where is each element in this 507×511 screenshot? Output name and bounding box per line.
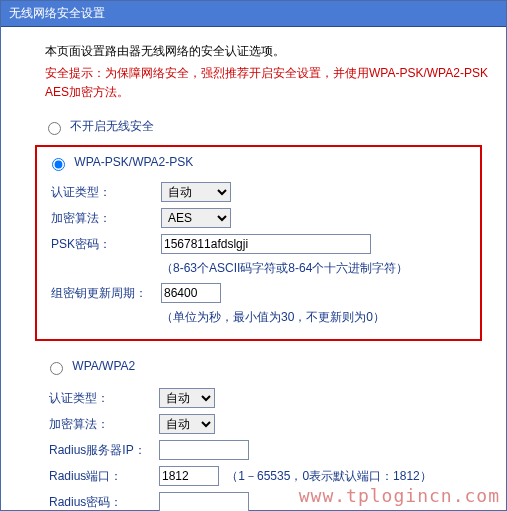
label-psk-pwd: PSK密码： (47, 231, 157, 257)
radio-none-label: 不开启无线安全 (70, 119, 154, 133)
titlebar: 无线网络安全设置 (1, 1, 506, 27)
input-radius-ip[interactable] (159, 440, 249, 460)
radio-wpapsk-label: WPA-PSK/WPA2-PSK (74, 156, 193, 170)
label-wpa-encrypt: 加密算法： (45, 411, 155, 437)
radio-wpa-label: WPA/WPA2 (72, 360, 135, 374)
select-wpa-auth[interactable]: 自动 (159, 388, 215, 408)
select-wpapsk-encrypt[interactable]: AES (161, 208, 231, 228)
label-radius-pwd: Radius密码： (45, 489, 155, 511)
label-radius-port: Radius端口： (45, 463, 155, 489)
option-none[interactable]: 不开启无线安全 (43, 118, 488, 135)
label-wpa-auth: 认证类型： (45, 385, 155, 411)
wpapsk-form: 认证类型： 自动 加密算法： AES P (47, 179, 412, 329)
window: 无线网络安全设置 本页面设置路由器无线网络的安全认证选项。 安全提示：为保障网络… (0, 0, 507, 511)
content-area: 本页面设置路由器无线网络的安全认证选项。 安全提示：为保障网络安全，强烈推荐开启… (1, 27, 506, 511)
input-psk-password[interactable] (161, 234, 371, 254)
option-wpa[interactable]: WPA/WPA2 (45, 359, 488, 375)
watermark: www.tplogincn.com (299, 485, 500, 506)
option-wpapsk[interactable]: WPA-PSK/WPA2-PSK (47, 155, 470, 171)
radio-none[interactable] (48, 122, 61, 135)
select-wpapsk-auth[interactable]: 自动 (161, 182, 231, 202)
groupkey-hint: （单位为秒，最小值为30，不更新则为0） (157, 306, 412, 329)
radius-port-hint: （1－65535，0表示默认端口：1812） (222, 469, 431, 483)
psk-hint: （8-63个ASCII码字符或8-64个十六进制字符） (157, 257, 412, 280)
label-encrypt: 加密算法： (47, 205, 157, 231)
security-warning: 安全提示：为保障网络安全，强烈推荐开启安全设置，并使用WPA-PSK/WPA2-… (45, 64, 488, 102)
label-group-key: 组密钥更新周期： (47, 280, 157, 306)
input-radius-pwd[interactable] (159, 492, 249, 511)
wpapsk-section: WPA-PSK/WPA2-PSK 认证类型： 自动 加密算法： AES (35, 145, 482, 341)
select-wpa-encrypt[interactable]: 自动 (159, 414, 215, 434)
label-radius-ip: Radius服务器IP： (45, 437, 155, 463)
input-wpapsk-groupkey[interactable] (161, 283, 221, 303)
radio-wpa[interactable] (50, 362, 63, 375)
window-title: 无线网络安全设置 (9, 6, 105, 20)
radio-wpapsk[interactable] (52, 158, 65, 171)
label-auth-type: 认证类型： (47, 179, 157, 205)
intro-text: 本页面设置路由器无线网络的安全认证选项。 (45, 43, 488, 60)
input-radius-port[interactable] (159, 466, 219, 486)
